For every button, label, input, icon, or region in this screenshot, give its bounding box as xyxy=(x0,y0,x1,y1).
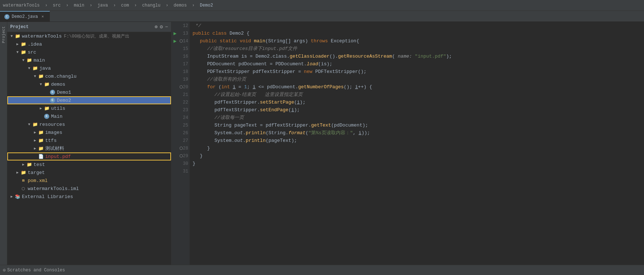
package-icon: 📁 xyxy=(44,81,50,87)
expand-arrow[interactable]: ▼ xyxy=(38,81,44,87)
expand-arrow[interactable]: ▶ xyxy=(15,170,20,175)
tree-item-demos[interactable]: ▼ 📁 demos xyxy=(7,80,171,88)
tree-item-demo1[interactable]: C Demo1 xyxy=(7,88,171,96)
bookmark-icon-14: ⬡ xyxy=(179,39,183,43)
op-inc-20: ++ xyxy=(358,83,364,91)
tree-item-watermarktools[interactable]: ▼ 📁 watermarkTools F:\00核心知识、成果、视频产出 xyxy=(7,32,171,40)
paren-25b: ); xyxy=(362,121,368,129)
dot-16b: . xyxy=(287,53,290,60)
dot-17: . xyxy=(304,60,307,68)
keyword-for: for xyxy=(207,83,218,91)
comma-26: , xyxy=(353,129,359,137)
expand-arrow[interactable]: ▶ xyxy=(15,41,20,47)
var-pts-22: pdfTextStripper xyxy=(214,98,257,106)
tree-item-ttfs[interactable]: ▶ 📁 ttfs xyxy=(7,136,171,144)
dot-26c: . xyxy=(286,129,288,137)
tree-item-resources[interactable]: ▼ 📁 resources xyxy=(7,120,171,128)
expand-arrow[interactable]: ▶ xyxy=(32,138,38,143)
gutter-line-15: 15 xyxy=(171,45,190,53)
expand-arrow[interactable]: ▼ xyxy=(32,73,38,79)
brace-close-28: } xyxy=(207,144,210,152)
method-main: main xyxy=(254,37,265,45)
code-container[interactable]: 12 ▶ 13 ▶ ⬡ 14 15 xyxy=(171,22,644,265)
var-pddoc-20: pdDocument xyxy=(267,83,295,91)
settings-icon[interactable]: ⚙ xyxy=(160,24,163,30)
expand-arrow[interactable]: ▼ xyxy=(15,49,20,55)
tree-item-com-changlu[interactable]: ▼ 📁 com.changlu xyxy=(7,72,171,80)
no-arrow xyxy=(44,97,50,103)
globe-icon[interactable]: ⊕ xyxy=(155,24,158,30)
expand-arrow[interactable]: ▶ xyxy=(32,129,38,135)
paren-16b: ( xyxy=(392,53,398,60)
no-arrow xyxy=(15,186,20,191)
paren-16c: ); xyxy=(446,53,452,60)
bottom-item-scratches[interactable]: ⊙ Scratches and Consoles xyxy=(3,267,65,273)
tree-item-target[interactable]: ▶ 📁 target xyxy=(7,169,171,177)
tree-item-java[interactable]: ▼ 📁 java xyxy=(7,64,171,72)
tab-demo2[interactable]: C Demo2.java × xyxy=(0,11,50,22)
paren-25a: ( xyxy=(331,121,334,129)
tree-item-idea[interactable]: ▶ 📁 .idea xyxy=(7,40,171,48)
tree-item-input-pdf[interactable]: 📄 input.pdf xyxy=(7,152,171,160)
gutter-line-16: 16 xyxy=(171,53,190,60)
bottom-bar: ⊙ Scratches and Consoles xyxy=(0,265,644,275)
no-arrow xyxy=(44,89,50,95)
expand-arrow[interactable]: ▼ xyxy=(20,57,26,63)
expand-arrow[interactable]: ▼ xyxy=(9,33,15,39)
tree-item-external-libs[interactable]: ▶ 📚 External Libraries xyxy=(7,193,171,201)
tab-close-button[interactable]: × xyxy=(40,14,45,19)
tree-label-java: java xyxy=(39,66,51,71)
line-number-25: 25 xyxy=(179,121,190,129)
expand-arrow[interactable]: ▶ xyxy=(20,162,26,167)
code-scroll[interactable]: */ public class Demo2 { public static vo… xyxy=(190,22,644,265)
var-i-20: i xyxy=(233,83,236,91)
no-arrow xyxy=(32,154,38,159)
tree-item-pom-xml[interactable]: m pom.xml xyxy=(7,177,171,185)
var-pts-25: pdfTextStripper xyxy=(265,121,308,129)
keyword-throws: throws xyxy=(311,37,331,45)
tree-item-src[interactable]: ▼ 📁 src xyxy=(7,48,171,56)
semi-20a: ; xyxy=(247,83,253,91)
gutter-line-20: ⬡ 20 xyxy=(171,83,190,91)
dot-27a: . xyxy=(232,137,234,144)
tree-label-main: main xyxy=(34,58,45,63)
tree-label-watermarktools-iml: watermarkTools.iml xyxy=(28,186,79,191)
package-icon: 📁 xyxy=(38,73,44,79)
folder-icon: 📁 xyxy=(38,138,44,143)
gutter-line-13: ▶ 13 xyxy=(171,30,190,37)
code-line-12: */ xyxy=(190,22,644,30)
dot-20: . xyxy=(295,83,298,91)
code-line-14: public static void main(String[] args) t… xyxy=(190,37,644,45)
tree-item-watermarktools-iml[interactable]: ⬡ watermarkTools.iml xyxy=(7,185,171,193)
tree-label-main-class: Main xyxy=(51,114,62,119)
line-number-27: 27 xyxy=(179,137,190,144)
expand-arrow[interactable]: ▼ xyxy=(26,121,32,127)
expand-arrow[interactable]: ▶ xyxy=(9,194,15,200)
gutter-line-30: 30 xyxy=(171,160,190,167)
tree-item-utils[interactable]: ▶ 📁 utils xyxy=(7,104,171,112)
breadcrumb[interactable]: watermarkTools › src › main › java › com… xyxy=(3,3,213,8)
tree-item-test[interactable]: ▶ 📁 test xyxy=(7,160,171,169)
gutter-line-14: ▶ ⬡ 14 xyxy=(171,37,190,45)
expand-arrow[interactable]: ▼ xyxy=(26,65,32,71)
code-line-18: PDFTextStripper pdfTextStripper = new PD… xyxy=(190,68,644,75)
run-icon-13[interactable]: ▶ xyxy=(171,30,179,36)
paren-open-20: ( xyxy=(218,83,221,91)
tree-item-test-materials[interactable]: ▶ 📁 测试材料 xyxy=(7,144,171,152)
op-eq-17: = xyxy=(270,60,276,68)
tree-item-main[interactable]: ▼ 📁 main xyxy=(7,56,171,64)
arg-is-17: is xyxy=(321,60,327,68)
run-icon-14[interactable]: ▶ xyxy=(171,38,179,44)
paren-23a: ( xyxy=(288,106,291,114)
expand-arrow[interactable]: ▶ xyxy=(32,146,38,151)
tree-item-main-class[interactable]: C Main xyxy=(7,112,171,120)
tree-item-demo2[interactable]: C Demo2 xyxy=(7,96,171,104)
tree-item-images[interactable]: ▶ 📁 images xyxy=(7,128,171,136)
line-number-14: ⬡ 14 xyxy=(179,37,190,45)
project-vertical-label[interactable]: Project xyxy=(1,25,7,44)
tree-label-ttfs: ttfs xyxy=(45,138,57,143)
keyword-public-13: public xyxy=(193,30,213,37)
expand-arrow[interactable]: ▶ xyxy=(38,105,44,111)
minus-icon[interactable]: − xyxy=(165,24,168,30)
folder-java-icon: 📁 xyxy=(32,65,38,71)
